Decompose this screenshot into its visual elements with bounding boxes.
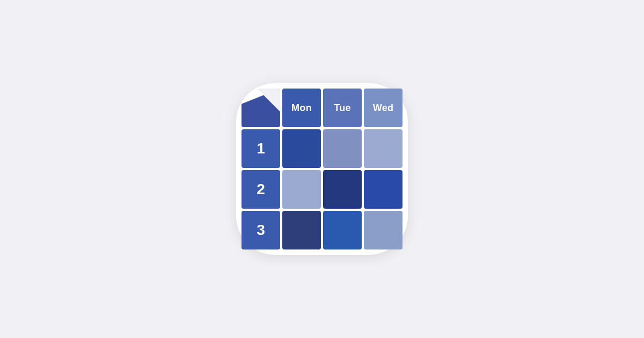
cell-r3-mon [282, 211, 321, 249]
header-mon: Mon [282, 89, 321, 127]
header-tue: Tue [323, 89, 362, 127]
cell-r2-wed [364, 170, 402, 209]
row-label-1: 1 [241, 129, 280, 168]
calendar-grid: Mon Tue Wed 1 2 3 [241, 89, 402, 249]
app-icon: Mon Tue Wed 1 2 3 [236, 83, 408, 255]
cell-r1-mon [282, 129, 321, 168]
cell-r3-tue [323, 211, 362, 249]
cell-r1-wed [364, 129, 402, 168]
cell-r2-tue [323, 170, 362, 209]
cell-r1-tue [323, 129, 362, 168]
row-label-2: 2 [241, 170, 280, 209]
cell-r3-wed [364, 211, 402, 249]
row-label-3: 3 [241, 211, 280, 249]
header-wed: Wed [364, 89, 402, 127]
corner-cell [241, 89, 280, 127]
cell-r2-mon [282, 170, 321, 209]
